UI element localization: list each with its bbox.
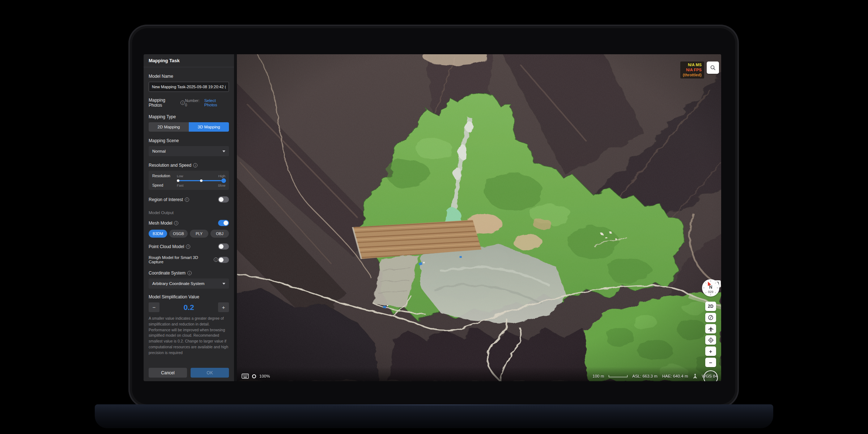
mesh-model-toggle[interactable] [218,220,229,226]
search-button[interactable] [707,61,719,74]
plane-icon [708,326,714,332]
mapping-scene-label: Mapping Scene [149,138,229,143]
locate-button[interactable] [705,335,716,345]
svg-text:N: N [709,285,712,290]
svg-text:029: 029 [708,290,713,294]
coordinate-system-select[interactable]: Arbitrary Coordinate System [149,278,229,289]
format-osgb[interactable]: OSGB [169,230,188,238]
laptop-base [95,404,773,428]
map-viewport[interactable]: N/A MS N/A FPS (throttled) [237,54,721,381]
decrease-button[interactable]: − [149,302,159,312]
gnss-antenna-icon [693,374,697,379]
camera-tilt-button[interactable] [705,313,716,322]
panel-body: Model Name Mapping Photos i Number: 0 Se… [144,67,234,368]
compass-icon: N 029 [702,279,719,297]
laptop-frame: Mapping Task Model Name Mapping Photos i… [128,25,739,408]
info-icon[interactable]: i [214,258,218,262]
select-photos-link[interactable]: Select Photos [204,98,229,107]
format-b3dm[interactable]: B3DM [149,230,167,238]
panel-footer: Cancel OK [144,368,234,381]
simplification-description: A smaller value indicates a greater degr… [149,316,229,356]
region-of-interest-label: Region of Interest [149,197,183,202]
speed-slow-label: Slow [218,183,225,187]
slider-stop-low [177,179,179,182]
ok-button[interactable]: OK [191,368,229,378]
2d-mode-button[interactable]: 2D [705,302,716,311]
resolution-low-label: Low [177,174,183,178]
throttled-stat: (throttled) [683,73,702,78]
tab-3d-mapping[interactable]: 3D Mapping [189,122,229,132]
keyboard-icon[interactable] [242,374,249,379]
coordinate-system-label: Coordinate System [149,271,186,276]
datum-label: WGS 84 [702,374,718,378]
render-stats: N/A MS N/A FPS (throttled) [680,61,704,78]
info-icon[interactable]: i [174,221,178,225]
scale-label: 100 m [592,374,604,378]
model-output-header: Model Output [149,210,229,215]
asl-readout: ASL: 663.3 m [632,374,658,378]
dial-icon [708,315,714,320]
quality-indicator-icon[interactable] [252,374,256,378]
resolution-row-label: Resolution [152,174,175,178]
scale-bar [609,375,627,377]
resolution-speed-box: Resolution Low High [149,171,229,190]
chevron-down-icon [222,150,225,152]
page-title: Mapping Task [149,58,180,63]
info-icon[interactable]: i [193,163,197,167]
region-of-interest-toggle[interactable] [218,196,229,203]
app-window: Mapping Task Model Name Mapping Photos i… [144,54,721,381]
compass-wrap: N 029 [702,279,719,297]
tab-2d-mapping[interactable]: 2D Mapping [149,122,189,132]
format-ply[interactable]: PLY [190,230,208,238]
zoom-in-button[interactable]: + [705,346,716,356]
rough-model-toggle[interactable] [218,257,229,263]
info-icon[interactable]: i [185,197,189,202]
mapping-scene-select[interactable]: Normal [149,146,229,156]
ms-stat: N/A MS [683,63,702,68]
panel-header: Mapping Task [144,54,234,67]
cancel-button[interactable]: Cancel [149,368,187,378]
simplification-label: Model Simplification Value [149,294,229,299]
model-name-label: Model Name [149,74,229,79]
mesh-model-label: Mesh Model [149,221,172,226]
mapping-type-label: Mapping Type [149,114,229,119]
resolution-speed-label: Resolution and Speed [149,163,191,168]
map-status-bar: 100% 100 m ASL: 663.3 m HAE: 640.4 m [237,373,721,380]
chevron-down-icon [222,283,225,285]
desktop-background: Mapping Task Model Name Mapping Photos i… [0,0,868,434]
search-icon [710,65,716,71]
zoom-level: 100% [259,374,270,378]
compass-button[interactable]: N 029 [702,279,719,297]
increase-button[interactable]: + [218,302,229,312]
rough-model-label: Rough Model for Smart 3D Capture [149,255,212,264]
mapping-task-panel: Mapping Task Model Name Mapping Photos i… [144,54,237,381]
info-icon[interactable]: i [180,101,185,105]
photo-count: Number: 0 [185,98,202,107]
slider-stop-mid [200,179,203,182]
speed-row-label: Speed [152,183,175,187]
resolution-speed-slider[interactable] [177,178,225,183]
coordinate-system-value: Arbitrary Coordinate System [152,281,204,286]
slider-handle[interactable] [221,178,226,183]
map-toolbar: N 029 2D [702,279,719,381]
zoom-out-button[interactable]: − [705,358,716,367]
locate-icon [708,337,714,343]
info-icon[interactable]: i [187,271,192,275]
mapping-photos-label: Mapping Photos [149,98,179,108]
point-cloud-label: Point Cloud Model [149,244,184,249]
mapping-scene-value: Normal [152,149,166,153]
simplification-value: 0.2 [162,303,215,312]
model-name-input[interactable] [149,82,229,92]
map-3d-scene [237,54,721,381]
resolution-high-label: High [218,174,225,178]
format-obj[interactable]: OBJ [210,230,229,238]
simplification-stepper: − 0.2 + [149,302,229,312]
mapping-type-segmented: 2D Mapping 3D Mapping [149,122,229,132]
mesh-format-pills: B3DM OSGB PLY OBJ [149,230,229,238]
hae-readout: HAE: 640.4 m [662,374,688,378]
fps-stat: N/A FPS [683,68,702,73]
info-icon[interactable]: i [186,244,190,249]
speed-fast-label: Fast [177,183,183,187]
fly-to-aircraft-button[interactable] [705,324,716,333]
point-cloud-toggle[interactable] [218,243,229,250]
